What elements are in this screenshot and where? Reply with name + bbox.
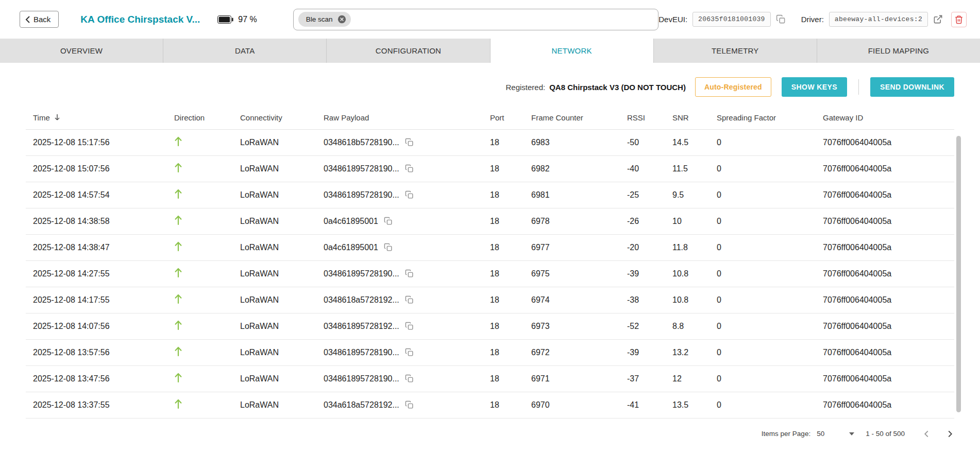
cell-spreading-factor: 0 [713,234,819,260]
table-row[interactable]: 2025-12-08 15:07:56 LoRaWAN 034861895728… [26,155,954,182]
payload-text: 034861895728190... [324,164,399,173]
cell-snr: 14.5 [668,129,713,155]
column-header-frame-counter[interactable]: Frame Counter [527,106,623,129]
cell-snr: 10 [668,208,713,234]
cell-frame-counter: 6974 [527,287,623,313]
copy-payload-icon[interactable] [405,138,414,147]
table-row[interactable]: 2025-12-08 13:47:56 LoRaWAN 034861895728… [26,365,954,392]
copy-payload-icon[interactable] [384,217,393,225]
cell-spreading-factor: 0 [713,260,819,287]
sort-desc-icon[interactable] [54,114,60,121]
deveui-label: DevEUI: [658,15,687,24]
cell-rssi: -39 [623,339,668,365]
table-scrollbar[interactable] [956,136,961,412]
cell-snr: 13.2 [668,339,713,365]
table-row[interactable]: 2025-12-08 14:38:47 LoRaWAN 0a4c61895001 [26,234,954,260]
items-per-page-value[interactable]: 50 [817,430,824,438]
cell-port: 18 [486,129,527,155]
copy-deveui-button[interactable] [775,13,787,25]
cell-rssi: -41 [623,392,668,418]
cell-connectivity: LoRaWAN [236,234,319,260]
column-header-connectivity[interactable]: Connectivity [236,106,319,129]
column-header-gateway-id[interactable]: Gateway ID [819,106,954,129]
copy-payload-icon[interactable] [405,295,414,304]
cell-port: 18 [486,208,527,234]
cell-connectivity: LoRaWAN [236,260,319,287]
table-row[interactable]: 2025-12-08 14:07:56 LoRaWAN 034861895728… [26,313,954,339]
cell-direction [170,129,236,155]
cell-gateway-id: 7076ff006404005a [819,260,954,287]
copy-payload-icon[interactable] [405,269,414,278]
cell-time: 2025-12-08 14:38:58 [26,208,170,234]
cell-gateway-id: 7076ff006404005a [819,313,954,339]
tab-item[interactable]: FIELD MAPPING [817,39,980,63]
cell-frame-counter: 6970 [527,392,623,418]
battery-icon [217,15,233,24]
cell-direction [170,392,236,418]
cell-time: 2025-12-08 13:57:56 [26,339,170,365]
open-driver-icon[interactable] [932,13,944,25]
table-row[interactable]: 2025-12-08 14:27:55 LoRaWAN 034861895728… [26,260,954,287]
filter-input[interactable]: Ble scan [293,9,658,30]
payload-text: 034861895728190... [324,348,399,357]
column-header-spreading-factor[interactable]: Spreading Factor [713,106,819,129]
uplink-arrow-icon [174,188,182,199]
copy-payload-icon[interactable] [405,322,414,330]
cell-frame-counter: 6981 [527,182,623,208]
uplink-arrow-icon [174,346,182,357]
column-header-raw-payload[interactable]: Raw Payload [319,106,486,129]
tab-item[interactable]: DATA [163,39,327,63]
uplink-arrow-icon [174,215,182,225]
cell-spreading-factor: 0 [713,155,819,182]
column-header-rssi[interactable]: RSSI [623,106,668,129]
cell-port: 18 [486,287,527,313]
next-page-button[interactable] [943,427,957,441]
copy-payload-icon[interactable] [405,164,414,173]
cell-connectivity: LoRaWAN [236,182,319,208]
tab-item[interactable]: NETWORK [491,39,654,63]
cell-connectivity: LoRaWAN [236,208,319,234]
cell-snr: 13.5 [668,392,713,418]
column-label: Time [33,113,50,122]
caret-down-icon[interactable] [849,432,854,435]
cell-snr: 9.5 [668,182,713,208]
table-row[interactable]: 2025-12-08 13:37:55 LoRaWAN 034a618a5728… [26,392,954,418]
cell-time: 2025-12-08 14:38:47 [26,234,170,260]
copy-payload-icon[interactable] [405,400,414,409]
copy-payload-icon[interactable] [384,243,393,252]
cell-time: 2025-12-08 13:37:55 [26,392,170,418]
copy-payload-icon[interactable] [405,374,414,383]
delete-device-button[interactable] [951,12,967,27]
column-header-port[interactable]: Port [486,106,527,129]
tab-item[interactable]: TELEMETRY [654,39,817,63]
table-row[interactable]: 2025-12-08 14:57:54 LoRaWAN 034861895728… [26,182,954,208]
cell-rssi: -38 [623,287,668,313]
cell-rssi: -39 [623,260,668,287]
copy-payload-icon[interactable] [405,190,414,199]
payload-text: 034a618a5728192... [324,400,399,410]
back-button[interactable]: Back [20,11,59,28]
cell-direction [170,287,236,313]
cell-spreading-factor: 0 [713,287,819,313]
column-header-direction[interactable]: Direction [170,106,236,129]
cell-direction [170,365,236,392]
tab-item[interactable]: CONFIGURATION [327,39,490,63]
chip-remove-icon[interactable] [337,15,346,24]
auto-registered-button[interactable]: Auto-Registered [695,77,771,97]
column-header-time[interactable]: Time [26,106,170,129]
show-keys-button[interactable]: SHOW KEYS [782,77,847,97]
table-row[interactable]: 2025-12-08 14:38:58 LoRaWAN 0a4c61895001 [26,208,954,234]
cell-raw-payload: 034861895728190... [319,155,486,182]
send-downlink-button[interactable]: SEND DOWNLINK [870,77,954,97]
previous-page-button[interactable] [919,427,934,441]
network-table-container: Time Direction Connectivity Raw Payload … [26,106,954,418]
table-row[interactable]: 2025-12-08 14:17:55 LoRaWAN 0348618a5728… [26,287,954,313]
copy-payload-icon[interactable] [405,348,414,357]
cell-raw-payload: 034861895728192... [319,313,486,339]
column-header-snr[interactable]: SNR [668,106,713,129]
table-row[interactable]: 2025-12-08 13:57:56 LoRaWAN 034861895728… [26,339,954,365]
table-row[interactable]: 2025-12-08 15:17:56 LoRaWAN 0348618b5728… [26,129,954,155]
cell-raw-payload: 0a4c61895001 [319,208,486,234]
tab-item[interactable]: OVERVIEW [0,39,163,63]
cell-direction [170,339,236,365]
